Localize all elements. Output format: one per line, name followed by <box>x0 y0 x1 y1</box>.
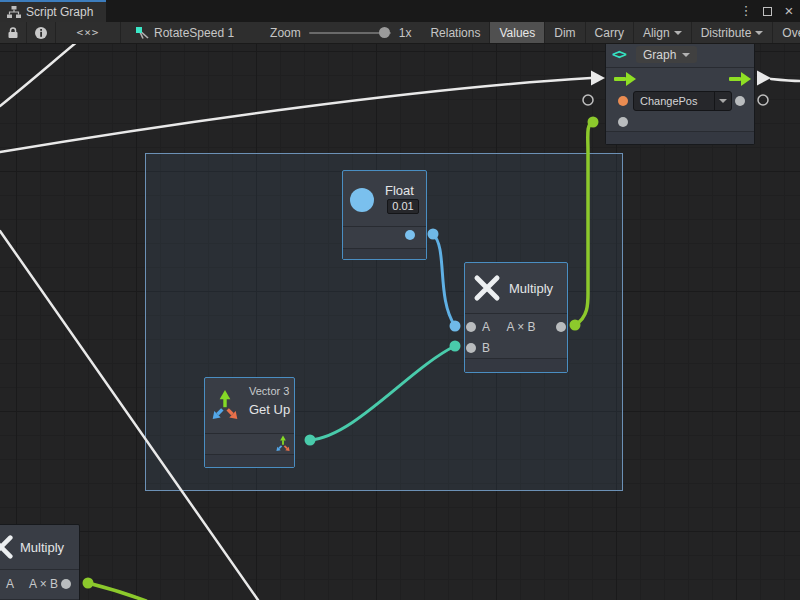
wire-bottom-multiply-out <box>88 583 146 600</box>
event-value-port[interactable] <box>618 117 628 127</box>
node-footer <box>465 358 567 372</box>
toolbar-button-carry[interactable]: Carry <box>586 22 634 43</box>
float-type-icon <box>350 188 374 212</box>
graph-reference-button[interactable]: RotateSpeed 1 <box>121 22 248 43</box>
multiply-node-2[interactable]: Multiply A A × B <box>0 524 80 600</box>
wire-end-dot <box>588 117 599 128</box>
lock-icon <box>7 26 19 39</box>
event-name-label: ChangePos <box>634 95 714 107</box>
zoom-control: Zoom 1x <box>248 22 421 43</box>
wire-arrowhead-in <box>591 71 605 86</box>
window-tab-bar: Script Graph ⋮ × <box>0 0 800 22</box>
wire-end-dot <box>428 229 439 240</box>
flow-input-arrow-icon[interactable] <box>614 72 636 86</box>
vector3-getup-node[interactable]: Vector 3 Get Up <box>204 377 295 468</box>
unity-script-graph-window: <> Graph ChangePos Float <box>0 0 800 600</box>
flow-output-arrow-icon[interactable] <box>729 72 751 86</box>
flow-wire-topleft <box>0 44 78 106</box>
window-controls: ⋮ × <box>739 0 796 22</box>
code-view-button[interactable]: <×> <box>56 22 121 43</box>
toolbar-button-dim[interactable]: Dim <box>545 22 585 43</box>
graph-breadcrumb-label: Graph <box>643 48 676 62</box>
multiply2-output-label: A × B <box>29 577 58 591</box>
info-button[interactable] <box>27 22 56 43</box>
multiply-output-label: A × B <box>499 320 543 334</box>
node-footer <box>205 454 294 467</box>
toolbar-button-relations[interactable]: Relations <box>421 22 490 43</box>
graph-code-icon: <> <box>612 46 625 62</box>
button-label: Values <box>499 26 535 40</box>
button-label: Carry <box>595 26 624 40</box>
event-target-port[interactable] <box>618 96 628 106</box>
info-icon <box>34 26 48 40</box>
multiply-icon <box>0 534 14 560</box>
zoom-value: 1x <box>399 26 412 40</box>
multiply-input-a-port[interactable] <box>466 322 476 332</box>
node-separator <box>205 433 294 434</box>
graph-reference-label: RotateSpeed 1 <box>154 26 234 40</box>
multiply-input-b-port[interactable] <box>466 343 476 353</box>
zoom-label: Zoom <box>270 26 301 40</box>
wire-end-dot <box>305 435 316 446</box>
macro-icon <box>135 26 150 40</box>
chevron-down-icon <box>682 53 690 61</box>
vector3-axis-icon <box>210 389 240 419</box>
getup-node-title: Get Up <box>249 402 290 417</box>
script-graph-icon <box>7 6 21 18</box>
float-output-port[interactable] <box>405 230 415 240</box>
event-output-port[interactable] <box>735 96 745 106</box>
wire-end-dot <box>570 320 581 331</box>
flow-wire-outgoing <box>771 79 800 81</box>
toolbar-button-align[interactable]: Align <box>634 22 692 43</box>
lock-button[interactable] <box>0 22 27 43</box>
multiply-output-port[interactable] <box>556 322 566 332</box>
multiply2-node-title: Multiply <box>20 540 64 555</box>
multiply-icon <box>473 274 501 302</box>
tab-title: Script Graph <box>26 5 93 19</box>
unconnected-port-circle <box>758 95 768 105</box>
chevron-down-icon[interactable] <box>714 92 731 110</box>
float-node[interactable]: Float 0.01 <box>342 170 427 260</box>
button-label: Overview <box>782 26 800 40</box>
wire-multiply-to-event <box>575 122 593 325</box>
multiply-input-a-label: A <box>482 320 490 334</box>
menu-icon[interactable]: ⋮ <box>739 0 753 22</box>
zoom-slider-handle[interactable] <box>379 27 390 38</box>
node-separator <box>0 569 79 570</box>
toolbar-button-distribute[interactable]: Distribute <box>692 22 774 43</box>
button-label: Relations <box>430 26 480 40</box>
wire-float-to-multiply <box>433 234 455 326</box>
event-name-dropdown[interactable]: ChangePos <box>633 91 732 111</box>
unconnected-port-circle <box>583 95 593 105</box>
toolbar-button-overview[interactable]: Overview <box>773 22 800 43</box>
toolbar-button-values[interactable]: Values <box>490 22 545 43</box>
node-separator <box>465 313 567 314</box>
flow-wire-incoming <box>0 78 591 152</box>
multiply-node[interactable]: Multiply A A × B B <box>464 262 568 373</box>
code-icon: <×> <box>77 26 100 39</box>
node-separator <box>343 226 426 227</box>
node-footer <box>343 248 426 259</box>
wire-getup-to-multiply <box>310 346 455 440</box>
multiply-input-b-label: B <box>482 341 490 355</box>
button-label: Distribute <box>701 26 752 40</box>
close-icon[interactable]: × <box>782 0 796 22</box>
graph-event-node[interactable]: <> Graph ChangePos <box>605 44 755 145</box>
graph-toolbar: <×> RotateSpeed 1 Zoom 1x Relations Valu… <box>0 22 800 44</box>
button-label: Align <box>643 26 670 40</box>
graph-breadcrumb-dropdown[interactable]: Graph <box>636 46 697 63</box>
wire-end-dot <box>450 321 461 332</box>
vector3-output-port-icon[interactable] <box>275 435 291 451</box>
multiply2-output-port[interactable] <box>61 579 71 589</box>
graph-canvas[interactable]: <> Graph ChangePos Float <box>0 44 800 600</box>
wire-end-dot <box>450 341 461 352</box>
maximize-icon[interactable] <box>763 7 772 16</box>
button-label: Dim <box>554 26 575 40</box>
wire-arrowhead-out <box>757 71 771 86</box>
wire-end-dot <box>83 578 94 589</box>
zoom-slider[interactable] <box>309 32 391 34</box>
node-separator <box>606 67 754 68</box>
chevron-down-icon <box>674 31 682 39</box>
tab-script-graph[interactable]: Script Graph <box>0 0 106 22</box>
float-value-field[interactable]: 0.01 <box>387 199 419 214</box>
